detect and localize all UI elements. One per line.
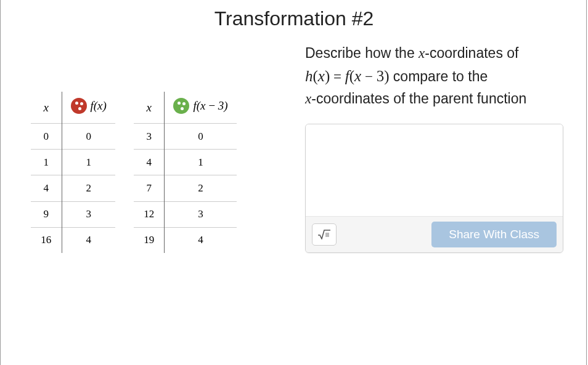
math-op: − <box>361 69 376 84</box>
prompt-part: compare to the <box>389 68 488 84</box>
table-fxm3-header-x: x <box>134 92 165 124</box>
header-label: f(x) <box>91 99 107 113</box>
right-area: Describe how the x-coordinates of h(x) =… <box>296 42 570 253</box>
prompt-text: Describe how the x-coordinates of h(x) =… <box>305 42 563 110</box>
svg-rect-0 <box>325 233 329 237</box>
cell-x: 0 <box>31 124 62 150</box>
cell-y: 1 <box>165 150 237 175</box>
cell-x: 12 <box>134 201 165 227</box>
share-button[interactable]: Share With Class <box>431 222 557 247</box>
answer-input[interactable] <box>306 124 563 217</box>
table-fx-header-x: x <box>31 92 62 124</box>
answer-toolbar: Share With Class <box>306 217 563 252</box>
cell-y: 2 <box>62 175 115 201</box>
table-fxm3-header-y: f(x − 3) <box>165 92 237 124</box>
cell-x: 4 <box>31 175 62 201</box>
left-border <box>0 0 1 365</box>
right-border <box>586 0 587 365</box>
header-label: x <box>146 101 151 114</box>
cell-x: 16 <box>31 227 62 253</box>
table-row: 93 <box>31 201 115 227</box>
math-op: ( <box>349 68 354 84</box>
prompt-part: Describe how the <box>305 45 419 61</box>
cell-y: 0 <box>62 124 115 150</box>
math-num: 3 <box>377 68 385 84</box>
header-label: f(x − 3) <box>193 99 227 113</box>
table-row: 30 <box>134 124 237 150</box>
cell-x: 1 <box>31 150 62 175</box>
math-input-button[interactable] <box>312 223 337 246</box>
tables-area: x f(x) 00 11 42 93 164 <box>18 42 296 253</box>
page-title: Transformation #2 <box>0 0 588 42</box>
cell-x: 19 <box>134 227 165 253</box>
table-row: 11 <box>31 150 115 175</box>
cell-y: 2 <box>165 175 237 201</box>
table-row: 123 <box>134 201 237 227</box>
math-var: h <box>305 68 313 84</box>
content-row: x f(x) 00 11 42 93 164 <box>0 42 588 253</box>
table-fxm3: x f(x − 3) 30 41 72 123 194 <box>134 92 237 253</box>
header-label: x <box>44 101 49 114</box>
dice-icon <box>71 98 87 114</box>
table-fx-header-y: f(x) <box>62 92 115 124</box>
dice-icon <box>173 98 189 114</box>
table-row: 00 <box>31 124 115 150</box>
table-row: 194 <box>134 227 237 253</box>
math-var: x <box>419 46 425 61</box>
prompt-part: -coordinates of the parent function <box>311 90 526 106</box>
table-fx: x f(x) 00 11 42 93 164 <box>31 92 115 253</box>
math-var: x <box>318 68 325 84</box>
prompt-part: -coordinates of <box>425 45 518 61</box>
table-row: 164 <box>31 227 115 253</box>
cell-y: 4 <box>62 227 115 253</box>
table-row: 41 <box>134 150 237 175</box>
cell-y: 3 <box>62 201 115 227</box>
cell-x: 9 <box>31 201 62 227</box>
math-var: f <box>345 68 349 84</box>
cell-x: 7 <box>134 175 165 201</box>
math-var: x <box>305 91 311 106</box>
cell-y: 3 <box>165 201 237 227</box>
table-row: 42 <box>31 175 115 201</box>
table-row: 72 <box>134 175 237 201</box>
table-fx-body: 00 11 42 93 164 <box>31 124 115 254</box>
cell-x: 4 <box>134 150 165 175</box>
cell-y: 4 <box>165 227 237 253</box>
answer-box: Share With Class <box>305 124 563 253</box>
cell-x: 3 <box>134 124 165 150</box>
math-op: ( <box>313 68 318 84</box>
cell-y: 1 <box>62 150 115 175</box>
math-var: x <box>354 68 361 84</box>
cell-y: 0 <box>165 124 237 150</box>
math-op: = <box>330 69 345 84</box>
table-fxm3-body: 30 41 72 123 194 <box>134 124 237 254</box>
sqrt-icon <box>317 230 331 239</box>
